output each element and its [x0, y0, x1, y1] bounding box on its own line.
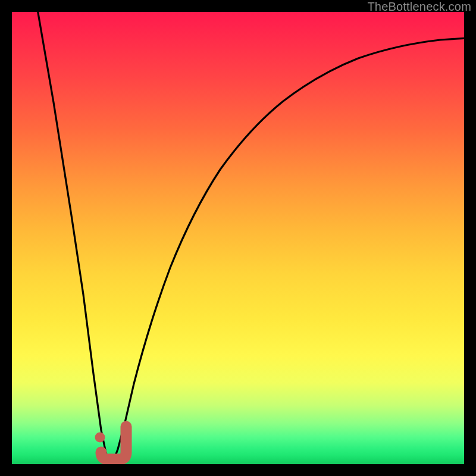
- bottleneck-curve: [37, 12, 464, 463]
- chart-stage: TheBottleneck.com: [0, 0, 476, 476]
- plot-area: [12, 12, 464, 464]
- marker-j-stroke-icon: [101, 427, 126, 459]
- chart-svg: [12, 12, 464, 464]
- min-point-marker: [95, 427, 127, 459]
- marker-dot-icon: [95, 433, 105, 443]
